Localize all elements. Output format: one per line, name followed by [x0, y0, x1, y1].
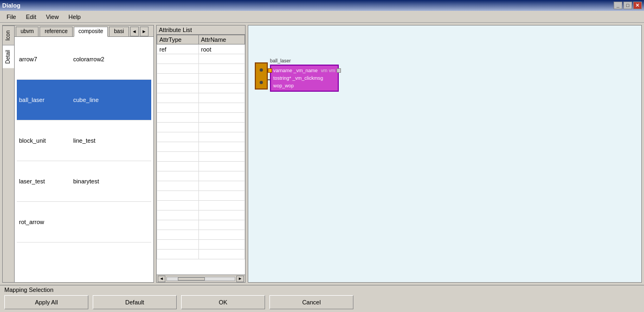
- scroll-track[interactable]: [166, 277, 235, 281]
- attr-table: AttrType AttrName ref root: [157, 35, 245, 275]
- table-row[interactable]: ref root: [157, 44, 245, 54]
- left-content: ubvm reference composite basi ◄ ► arrow7…: [15, 26, 153, 282]
- node-port-label-1: vm vm: [321, 68, 336, 73]
- panel-title: Attribute List: [157, 26, 245, 35]
- scroll-right-btn[interactable]: ►: [236, 276, 244, 282]
- scroll-thumb[interactable]: [178, 277, 205, 281]
- tab-ubvm[interactable]: ubvm: [16, 27, 38, 36]
- node-label-2: tostring* _vm_clickmsg: [273, 75, 323, 81]
- menu-help[interactable]: Help: [64, 12, 85, 21]
- table-row: [157, 113, 245, 123]
- col-header-name: AttrName: [198, 35, 244, 44]
- cancel-button[interactable]: Cancel: [269, 295, 353, 309]
- table-row: [157, 123, 245, 132]
- table-scrollbar[interactable]: ◄ ►: [157, 275, 245, 282]
- list-item-selected[interactable]: ball_laser cube_line: [17, 80, 151, 120]
- tab-composite[interactable]: composite: [74, 27, 108, 37]
- attribute-table: AttrType AttrName ref root: [157, 35, 245, 259]
- item-name-5: rot_arrow: [19, 219, 57, 225]
- table-row: [157, 191, 245, 201]
- menu-bar: File Edit View Help: [0, 11, 644, 23]
- table-row: [157, 152, 245, 162]
- col-header-type: AttrType: [157, 35, 199, 44]
- apply-all-button[interactable]: Apply All: [4, 295, 88, 309]
- table-row: [157, 74, 245, 84]
- connector-box: [255, 62, 268, 90]
- item-name-3: block_unit: [19, 137, 57, 144]
- item-name-1: arrow7: [19, 56, 57, 62]
- node-title: ball_laser: [270, 58, 339, 63]
- table-row: [157, 230, 245, 240]
- list-item[interactable]: rot_arrow: [17, 202, 151, 243]
- ok-button[interactable]: OK: [181, 295, 265, 309]
- side-tab-icon[interactable]: Icon: [3, 26, 14, 45]
- maximize-button[interactable]: □: [623, 2, 632, 9]
- node-box[interactable]: varname _vm_name vm vm tostring* _vm_cli…: [270, 65, 339, 92]
- node-label-3: wop_wop: [273, 83, 294, 88]
- bottom-bar: Mapping Selection Apply All Default OK C…: [0, 285, 644, 312]
- menu-view[interactable]: View: [42, 12, 63, 21]
- table-row: [157, 103, 245, 113]
- table-row: [157, 201, 245, 211]
- node-container: ball_laser varname _vm_name vm vm tostri…: [270, 58, 339, 92]
- node-row-3: wop_wop: [273, 82, 336, 90]
- item-value-3: line_test: [73, 137, 95, 144]
- table-row: [157, 240, 245, 250]
- canvas-area: ball_laser varname _vm_name vm vm tostri…: [248, 26, 641, 282]
- port-left-1: [268, 68, 272, 73]
- item-value-4: binarytest: [73, 178, 99, 184]
- tab-reference[interactable]: reference: [40, 27, 72, 36]
- table-row: [157, 162, 245, 171]
- node-row-2: tostring* _vm_clickmsg: [273, 74, 336, 82]
- item-value-2: cube_line: [73, 97, 99, 103]
- list-item[interactable]: arrow7 colorarrow2: [17, 39, 151, 80]
- list-item[interactable]: block_unit line_test: [17, 120, 151, 161]
- side-tabs: Icon Detail: [3, 26, 15, 282]
- minimize-button[interactable]: _: [614, 2, 622, 9]
- mapping-selection-label: Mapping Selection: [4, 286, 640, 293]
- node-label-1: varname _vm_name: [273, 68, 318, 73]
- bottom-buttons: Apply All Default OK Cancel: [4, 295, 640, 309]
- node-row-1: varname _vm_name vm vm: [273, 67, 336, 74]
- right-panel: ball_laser varname _vm_name vm vm tostri…: [248, 25, 642, 283]
- conn-dot-2: [260, 81, 263, 84]
- table-row: [157, 220, 245, 230]
- title-bar-controls[interactable]: _ □ ✕: [614, 2, 642, 9]
- table-row: [157, 93, 245, 103]
- close-button[interactable]: ✕: [633, 2, 642, 9]
- menu-file[interactable]: File: [2, 12, 21, 21]
- table-row: [157, 84, 245, 93]
- table-row: [157, 54, 245, 64]
- tab-basic[interactable]: basi: [109, 27, 128, 36]
- scroll-left-btn[interactable]: ◄: [158, 276, 165, 282]
- table-row: [157, 250, 245, 259]
- tab-nav-next[interactable]: ►: [140, 27, 149, 36]
- tab-nav-prev[interactable]: ◄: [130, 27, 139, 36]
- attr-name-1: root: [198, 44, 244, 54]
- table-row: [157, 181, 245, 191]
- middle-panel: Attribute List AttrType AttrName ref roo…: [156, 25, 246, 283]
- item-name-4: laser_test: [19, 178, 57, 184]
- window-title: Dialog: [2, 2, 21, 9]
- table-row: [157, 132, 245, 142]
- table-row: [157, 211, 245, 220]
- item-name-2: ball_laser: [19, 97, 57, 103]
- port-right-1: [337, 68, 341, 73]
- main-container: Icon Detail ubvm reference composite bas…: [0, 23, 644, 285]
- menu-edit[interactable]: Edit: [22, 12, 41, 21]
- title-bar: Dialog _ □ ✕: [0, 0, 644, 11]
- tabs-row: ubvm reference composite basi ◄ ►: [15, 26, 153, 37]
- table-row: [157, 171, 245, 181]
- conn-dot-1: [260, 68, 263, 72]
- attr-type-1: ref: [157, 44, 199, 54]
- item-list: arrow7 colorarrow2 ball_laser cube_line …: [15, 37, 153, 282]
- side-tab-detail[interactable]: Detail: [3, 45, 14, 68]
- table-row: [157, 142, 245, 152]
- table-row: [157, 64, 245, 74]
- item-value-1: colorarrow2: [73, 56, 104, 62]
- left-panel: Icon Detail ubvm reference composite bas…: [2, 25, 154, 283]
- default-button[interactable]: Default: [93, 295, 177, 309]
- list-item[interactable]: laser_test binarytest: [17, 161, 151, 202]
